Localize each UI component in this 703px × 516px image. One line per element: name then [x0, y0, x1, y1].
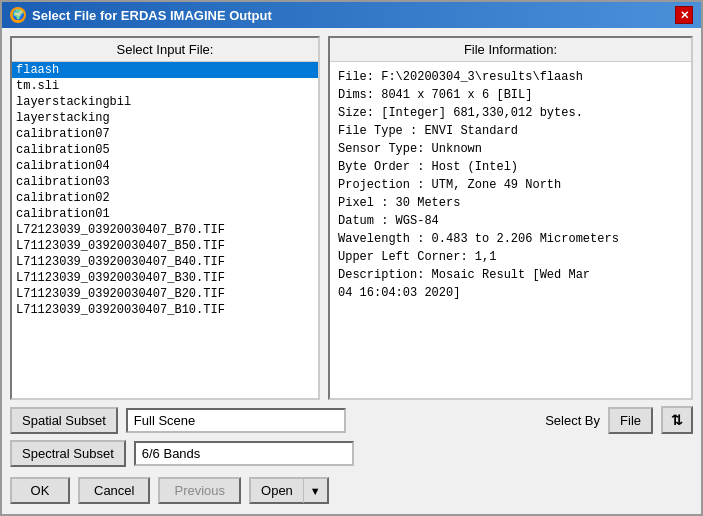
spatial-subset-button[interactable]: Spatial Subset	[10, 407, 118, 434]
file-button[interactable]: File	[608, 407, 653, 434]
ok-button[interactable]: OK	[10, 477, 70, 504]
list-item[interactable]: calibration04	[12, 158, 318, 174]
open-dropdown-arrow[interactable]: ▼	[304, 477, 329, 504]
info-line: Sensor Type: Unknown	[338, 140, 683, 158]
file-list-panel: Select Input File: flaashtm.slilayerstac…	[10, 36, 320, 400]
info-line: Byte Order : Host (Intel)	[338, 158, 683, 176]
info-panel-header: File Information:	[330, 38, 691, 62]
list-item[interactable]: calibration02	[12, 190, 318, 206]
info-line: File: F:\20200304_3\results\flaash	[338, 68, 683, 86]
select-by-label: Select By	[545, 413, 600, 428]
file-info-content: File: F:\20200304_3\results\flaashDims: …	[330, 62, 691, 398]
list-item[interactable]: L71123039_03920030407_B10.TIF	[12, 302, 318, 318]
sort-button[interactable]: ⇅	[661, 406, 693, 434]
info-line: File Type : ENVI Standard	[338, 122, 683, 140]
open-button-group: Open ▼	[249, 477, 329, 504]
list-item[interactable]: layerstackingbil	[12, 94, 318, 110]
erdas-icon: 🌍	[10, 7, 26, 23]
list-item[interactable]: L71123039_03920030407_B30.TIF	[12, 270, 318, 286]
list-item[interactable]: L71123039_03920030407_B40.TIF	[12, 254, 318, 270]
cancel-button[interactable]: Cancel	[78, 477, 150, 504]
open-button[interactable]: Open	[249, 477, 304, 504]
spectral-row: Spectral Subset 6/6 Bands	[10, 440, 693, 467]
spatial-row: Spatial Subset Full Scene Select By File…	[10, 406, 693, 434]
info-line: Pixel : 30 Meters	[338, 194, 683, 212]
action-buttons-row: OK Cancel Previous Open ▼	[10, 473, 693, 506]
list-item[interactable]: L71123039_03920030407_B20.TIF	[12, 286, 318, 302]
list-item[interactable]: calibration03	[12, 174, 318, 190]
title-bar-left: 🌍 Select File for ERDAS IMAGINE Output	[10, 7, 272, 23]
list-item[interactable]: calibration01	[12, 206, 318, 222]
panels-container: Select Input File: flaashtm.slilayerstac…	[10, 36, 693, 400]
spectral-subset-value: 6/6 Bands	[134, 441, 354, 466]
info-line: 04 16:04:03 2020]	[338, 284, 683, 302]
info-line: Description: Mosaic Result [Wed Mar	[338, 266, 683, 284]
input-panel-header: Select Input File:	[12, 38, 318, 62]
list-item[interactable]: flaash	[12, 62, 318, 78]
info-line: Projection : UTM, Zone 49 North	[338, 176, 683, 194]
info-panel: File Information: File: F:\20200304_3\re…	[328, 36, 693, 400]
info-line: Datum : WGS-84	[338, 212, 683, 230]
spatial-subset-value: Full Scene	[126, 408, 346, 433]
close-button[interactable]: ✕	[675, 6, 693, 24]
info-line: Size: [Integer] 681,330,012 bytes.	[338, 104, 683, 122]
info-line: Upper Left Corner: 1,1	[338, 248, 683, 266]
list-item[interactable]: calibration07	[12, 126, 318, 142]
info-line: Wavelength : 0.483 to 2.206 Micrometers	[338, 230, 683, 248]
info-line: Dims: 8041 x 7061 x 6 [BIL]	[338, 86, 683, 104]
content-area: Select Input File: flaashtm.slilayerstac…	[2, 28, 701, 514]
window-title: Select File for ERDAS IMAGINE Output	[32, 8, 272, 23]
spectral-subset-button[interactable]: Spectral Subset	[10, 440, 126, 467]
title-bar: 🌍 Select File for ERDAS IMAGINE Output ✕	[2, 2, 701, 28]
file-list[interactable]: flaashtm.slilayerstackingbillayerstackin…	[12, 62, 318, 398]
previous-button[interactable]: Previous	[158, 477, 241, 504]
list-item[interactable]: tm.sli	[12, 78, 318, 94]
list-item[interactable]: L71123039_03920030407_B50.TIF	[12, 238, 318, 254]
list-item[interactable]: layerstacking	[12, 110, 318, 126]
list-item[interactable]: calibration05	[12, 142, 318, 158]
list-item[interactable]: L72123039_03920030407_B70.TIF	[12, 222, 318, 238]
main-window: 🌍 Select File for ERDAS IMAGINE Output ✕…	[0, 0, 703, 516]
bottom-controls: Spatial Subset Full Scene Select By File…	[10, 406, 693, 506]
